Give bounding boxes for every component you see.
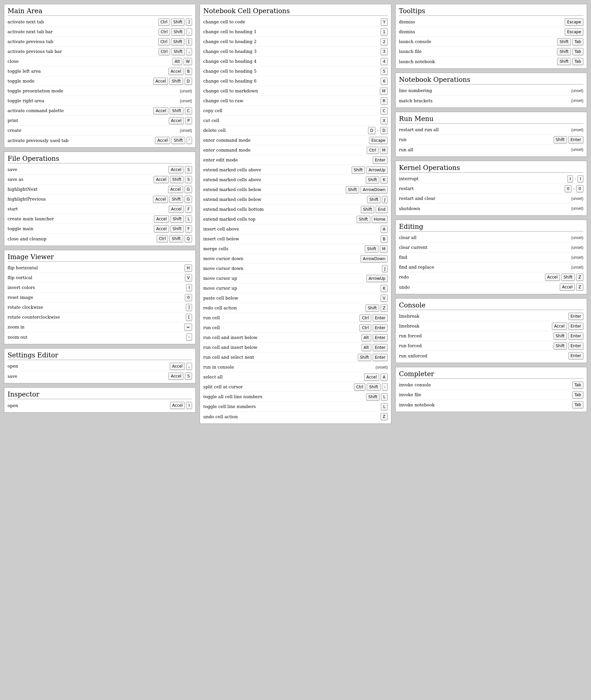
shortcut-row[interactable]: run unforcedEnter xyxy=(399,351,583,361)
shortcut-row[interactable]: enter command modeEscape xyxy=(203,135,388,145)
shortcut-row[interactable]: create main launcherAccelShiftL xyxy=(8,214,192,224)
shortcut-row[interactable]: toggle left areaAccelB xyxy=(8,66,192,76)
shortcut-row[interactable]: run cell and insert belowAltEnter xyxy=(203,333,388,343)
shortcut-row[interactable]: move cursor downArrowDown xyxy=(203,254,388,264)
shortcut-row[interactable]: extend marked cells topShiftHome xyxy=(203,214,388,224)
shortcut-row[interactable]: line numbering(unset) xyxy=(399,86,583,96)
shortcut-row[interactable]: delete cellD-D xyxy=(203,126,388,135)
shortcut-row[interactable]: change cell to heading 33 xyxy=(203,47,388,57)
shortcut-row[interactable]: invoke consoleTab xyxy=(399,380,583,390)
shortcut-row[interactable]: toggle mainAccelShiftF xyxy=(8,224,192,234)
shortcut-row[interactable]: restart0-0 xyxy=(399,184,583,194)
shortcut-row[interactable]: flip verticalV xyxy=(8,273,192,283)
shortcut-row[interactable]: activate next tabCtrlShift] xyxy=(8,17,192,27)
shortcut-row[interactable]: split cell at cursorCtrlShift- xyxy=(203,382,388,392)
shortcut-row[interactable]: printAccelP xyxy=(8,116,192,126)
shortcut-row[interactable]: activate previously used tabAccelShift' xyxy=(8,135,192,145)
shortcut-row[interactable]: highlightPreviousAccelShiftG xyxy=(8,194,192,204)
shortcut-row[interactable]: restart and run all(unset) xyxy=(399,125,583,135)
shortcut-row[interactable]: insert cell aboveA xyxy=(203,224,388,234)
shortcut-row[interactable]: clear all(unset) xyxy=(399,233,583,242)
shortcut-row[interactable]: change cell to heading 22 xyxy=(203,37,388,47)
shortcut-row[interactable]: change cell to heading 44 xyxy=(203,57,388,66)
shortcut-row[interactable]: undoAccelZ xyxy=(399,282,583,292)
shortcut-row[interactable]: activate previous tab barCtrlShift, xyxy=(8,47,192,57)
shortcut-row[interactable]: match brackets(unset) xyxy=(399,96,583,106)
shortcut-row[interactable]: change cell to heading 55 xyxy=(203,66,388,76)
shortcut-row[interactable]: change cell to codeY xyxy=(203,17,388,27)
shortcut-row[interactable]: redoAccelShiftZ xyxy=(399,272,583,282)
shortcut-row[interactable]: toggle presentation mode(unset) xyxy=(8,86,192,96)
shortcut-row[interactable]: restart and clear(unset) xyxy=(399,194,583,204)
shortcut-row[interactable]: undo cell actionZ xyxy=(203,412,388,422)
shortcut-row[interactable]: dismissEscape xyxy=(399,17,583,27)
shortcut-row[interactable]: toggle modeAccelShiftD xyxy=(8,76,192,86)
shortcut-row[interactable]: toggle all cell line numbersShiftL xyxy=(203,392,388,402)
shortcut-row[interactable]: run cellCtrlEnter xyxy=(203,323,388,333)
shortcut-row[interactable]: change cell to rawR xyxy=(203,96,388,106)
shortcut-row[interactable]: change cell to heading 66 xyxy=(203,76,388,86)
shortcut-row[interactable]: extend marked cells bottomShiftEnd xyxy=(203,205,388,214)
shortcut-row[interactable]: saveAccelS xyxy=(8,371,192,381)
shortcut-row[interactable]: runShiftEnter xyxy=(399,135,583,145)
shortcut-row[interactable]: run in console(unset) xyxy=(203,362,388,372)
shortcut-row[interactable]: dismissEscape xyxy=(399,27,583,37)
shortcut-row[interactable]: activate previous tabCtrlShift[ xyxy=(8,37,192,47)
shortcut-row[interactable]: launch notebookShiftTab xyxy=(399,57,583,66)
shortcut-row[interactable]: zoom in= xyxy=(8,322,192,332)
shortcut-row[interactable]: extend marked cells belowShiftArrowDown xyxy=(203,185,388,195)
shortcut-row[interactable]: enter command modeCtrlM xyxy=(203,145,388,155)
shortcut-row[interactable]: run all(unset) xyxy=(399,145,583,154)
shortcut-row[interactable]: shutdown(unset) xyxy=(399,204,583,213)
shortcut-row[interactable]: merge cellsShiftM xyxy=(203,244,388,254)
shortcut-row[interactable]: move cursor upArrowUp xyxy=(203,274,388,283)
shortcut-row[interactable]: select allAccelA xyxy=(203,372,388,382)
shortcut-row[interactable]: run cell and insert belowAltEnter xyxy=(203,343,388,352)
shortcut-row[interactable]: find and replace(unset) xyxy=(399,262,583,272)
shortcut-row[interactable]: run forcedShiftEnter xyxy=(399,341,583,351)
shortcut-row[interactable]: activate command paletteAccelShiftC xyxy=(8,106,192,116)
shortcut-row[interactable]: closeAltW xyxy=(8,57,192,66)
shortcut-row[interactable]: linebreakEnter xyxy=(399,311,583,321)
shortcut-row[interactable]: run cellCtrlEnter xyxy=(203,313,388,323)
shortcut-row[interactable]: invoke fileTab xyxy=(399,390,583,400)
shortcut-row[interactable]: run cell and select nextShiftEnter xyxy=(203,352,388,362)
shortcut-row[interactable]: enter edit modeEnter xyxy=(203,155,388,165)
shortcut-row[interactable]: startAccelF xyxy=(8,204,192,214)
shortcut-row[interactable]: move cursor upK xyxy=(203,283,388,293)
shortcut-row[interactable]: openAccelI xyxy=(8,401,192,410)
shortcut-row[interactable]: toggle right area(unset) xyxy=(8,96,192,106)
shortcut-row[interactable]: find(unset) xyxy=(399,253,583,262)
shortcut-row[interactable]: extend marked cells belowShiftJ xyxy=(203,195,388,205)
shortcut-row[interactable]: openAccel, xyxy=(8,361,192,371)
shortcut-row[interactable]: save asAccelShiftS xyxy=(8,174,192,185)
shortcut-row[interactable]: rotate clockwise] xyxy=(8,302,192,312)
shortcut-row[interactable]: move cursor downJ xyxy=(203,264,388,274)
shortcut-row[interactable]: extend marked cells aboveShiftArrowUp xyxy=(203,165,388,175)
shortcut-row[interactable]: paste cell belowV xyxy=(203,293,388,303)
shortcut-row[interactable]: launch consoleShiftTab xyxy=(399,37,583,47)
shortcut-row[interactable]: linebreakAccelEnter xyxy=(399,321,583,331)
shortcut-row[interactable]: close and cleanupCtrlShiftQ xyxy=(8,234,192,243)
shortcut-row[interactable]: insert cell belowB xyxy=(203,234,388,244)
shortcut-row[interactable]: activate next tab barCtrlShift. xyxy=(8,27,192,37)
shortcut-row[interactable]: create(unset) xyxy=(8,126,192,135)
shortcut-row[interactable]: extend marked cells aboveShiftK xyxy=(203,175,388,185)
shortcut-row[interactable]: toggle cell line numbersL xyxy=(203,402,388,412)
shortcut-row[interactable]: saveAccelS xyxy=(8,165,192,174)
shortcut-row[interactable]: reset image0 xyxy=(8,293,192,302)
shortcut-row[interactable]: rotate counterclockwise[ xyxy=(8,312,192,322)
shortcut-row[interactable]: launch fileShiftTab xyxy=(399,47,583,57)
shortcut-row[interactable]: interruptI-I xyxy=(399,174,583,184)
shortcut-row[interactable]: redo cell actionShiftZ xyxy=(203,303,388,313)
shortcut-row[interactable]: change cell to heading 11 xyxy=(203,27,388,37)
shortcut-row[interactable]: clear current(unset) xyxy=(399,242,583,253)
shortcut-row[interactable]: copy cellC xyxy=(203,106,388,116)
shortcut-row[interactable]: zoom out- xyxy=(8,332,192,342)
shortcut-row[interactable]: run forcedShiftEnter xyxy=(399,331,583,341)
shortcut-row[interactable]: flip horizontalH xyxy=(8,263,192,273)
shortcut-row[interactable]: highlightNextAccelG xyxy=(8,185,192,194)
shortcut-row[interactable]: invert colorsI xyxy=(8,283,192,293)
shortcut-row[interactable]: invoke notebookTab xyxy=(399,400,583,410)
shortcut-row[interactable]: cut cellX xyxy=(203,116,388,126)
